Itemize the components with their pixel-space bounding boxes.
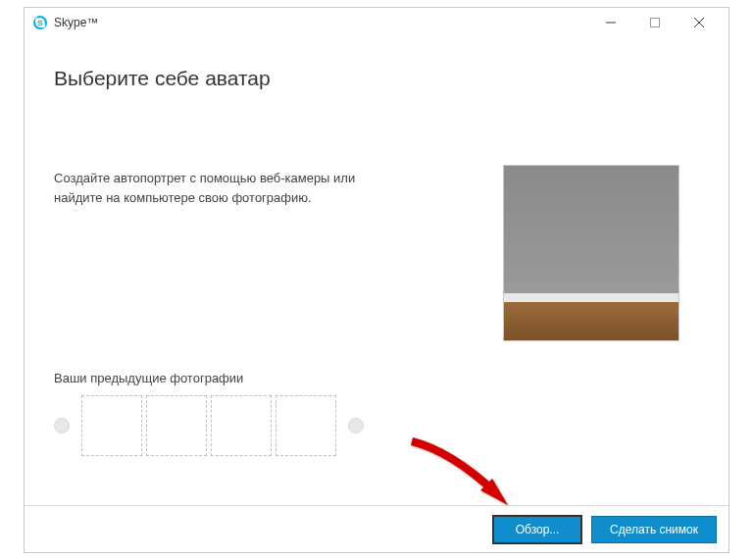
thumbnail-slot[interactable] (146, 395, 207, 456)
thumbnail-slot[interactable] (81, 395, 142, 456)
thumb-row (81, 395, 336, 456)
preview-wall (504, 166, 678, 293)
previous-photos-section: Ваши предыдущие фотографии (54, 371, 699, 456)
thumbnail-slot[interactable] (276, 395, 336, 456)
window-title: Skype™ (54, 16, 98, 29)
content-area: Выберите себе аватар Создайте автопортре… (25, 37, 728, 505)
previous-photos-label: Ваши предыдущие фотографии (54, 371, 699, 385)
thumbnails-prev-button[interactable] (54, 418, 70, 433)
thumbnail-slot[interactable] (211, 395, 272, 456)
instruction-text: Создайте автопортрет с помощью веб-камер… (54, 169, 368, 207)
svg-rect-3 (650, 19, 659, 27)
minimize-button[interactable] (588, 9, 632, 36)
instruction-line: найдите на компьютере свою фотографию. (54, 190, 312, 205)
instruction-line: Создайте автопортрет с помощью веб-камер… (54, 171, 355, 185)
svg-text:S: S (37, 19, 43, 27)
titlebar: S Skype™ (25, 8, 728, 37)
thumbnails-row (54, 395, 699, 456)
skype-logo-icon: S (32, 15, 48, 30)
preview-baseboard (504, 293, 678, 302)
page-title: Выберите себе аватар (54, 67, 699, 90)
footer: Обзор... Сделать снимок (25, 505, 728, 552)
close-button[interactable] (677, 9, 721, 36)
window-controls (588, 9, 721, 36)
thumbnails-next-button[interactable] (348, 418, 364, 433)
take-snapshot-button[interactable]: Сделать снимок (591, 516, 717, 543)
title-left: S Skype™ (32, 15, 588, 30)
skype-window: S Skype™ Выберите себе аватар Создайте а… (24, 7, 729, 553)
maximize-button[interactable] (632, 9, 677, 36)
browse-button[interactable]: Обзор... (493, 516, 581, 543)
preview-floor (504, 302, 678, 340)
avatar-preview (503, 165, 679, 341)
